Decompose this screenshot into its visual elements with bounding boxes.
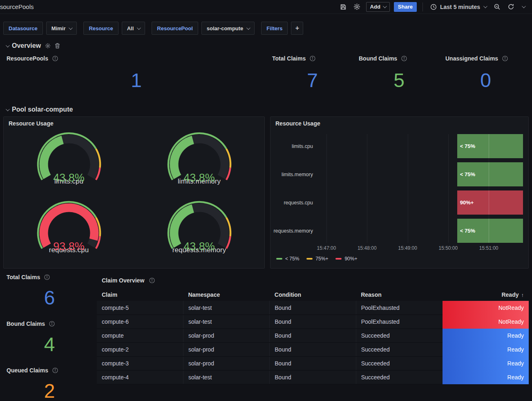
panel-title[interactable]: Unassigned Claims <box>445 55 498 62</box>
legend-swatch <box>276 258 282 260</box>
claim-overview-panel: Claim Overview Claim Namespace Condition… <box>95 271 529 401</box>
info-icon[interactable] <box>502 56 508 61</box>
info-icon[interactable] <box>401 56 407 61</box>
legend-item[interactable]: < 75% <box>276 256 299 262</box>
info-icon[interactable] <box>44 274 50 280</box>
timeline-row: < 75% <box>320 134 524 158</box>
gauge-value: 43.8% <box>159 240 239 253</box>
refresh-interval-dropdown[interactable] <box>520 2 526 12</box>
datasource-filter-label: Datasource <box>3 22 43 35</box>
panel-title-text: Claim Overview <box>102 277 144 284</box>
legend-item[interactable]: 90%+ <box>335 256 357 262</box>
gauge-value: 43.8% <box>159 172 239 184</box>
cell-namespace: solar-test <box>183 370 269 384</box>
cell-namespace: solar-prod <box>183 356 269 370</box>
resourcepool-filter-label: ResourcePool <box>152 22 198 35</box>
timeline-legend: < 75% 75%+ 90%+ <box>270 253 528 262</box>
adhoc-filters: Filters + <box>261 22 303 35</box>
cell-condition: Bound <box>270 315 356 329</box>
legend-item[interactable]: 75%+ <box>306 256 328 262</box>
panel-title[interactable]: Bound Claims <box>359 55 397 62</box>
info-icon[interactable] <box>52 367 58 373</box>
x-axis-tick: 15:50:00 <box>439 245 458 251</box>
cell-ready: Ready <box>443 370 529 384</box>
panel-title[interactable]: Resource Usage <box>270 117 528 128</box>
time-range-picker[interactable]: Last 5 minutes <box>429 4 488 10</box>
column-header-claim[interactable]: Claim <box>97 289 183 301</box>
column-header-reason[interactable]: Reason <box>356 289 442 301</box>
chevron-down-icon <box>137 26 141 30</box>
info-icon[interactable] <box>52 56 58 61</box>
cell-reason: Succeeded <box>356 370 442 384</box>
gauge-limits-memory: 43.8% limits.memory <box>159 129 239 196</box>
cell-namespace: solar-test <box>183 301 269 315</box>
section-pool-header[interactable]: Pool solar-compute <box>6 106 529 113</box>
resource-filter-value[interactable]: All <box>122 22 145 35</box>
cell-condition: Bound <box>270 329 356 343</box>
gauge-grid: 43.8% limits.cpu 43.8% limits.memory 93.… <box>4 128 264 265</box>
resourcepool-filter: ResourcePool solar-compute <box>152 22 255 35</box>
cell-claim: compute-4 <box>97 370 183 384</box>
save-dashboard-icon[interactable] <box>338 2 348 12</box>
column-header-condition[interactable]: Condition <box>270 289 356 301</box>
clock-icon <box>430 4 437 10</box>
refresh-arrows-icon <box>507 3 514 10</box>
resourcepool-filter-value[interactable]: solar-compute <box>201 22 255 35</box>
state-block: < 75% <box>457 162 523 186</box>
section-overview-header[interactable]: Overview <box>6 42 529 49</box>
column-header-ready[interactable]: Ready↑ <box>443 289 529 301</box>
panel-title[interactable]: Total Claims <box>7 274 40 280</box>
cell-ready: NotReady <box>443 315 529 329</box>
cell-condition: Bound <box>270 301 356 315</box>
row-delete-trash-icon[interactable] <box>55 43 60 49</box>
cell-namespace: solar-prod <box>183 343 269 356</box>
panel-title[interactable]: Total Claims <box>272 55 306 62</box>
timeline-row-label: requests.memory <box>270 219 320 243</box>
legend-swatch <box>306 258 313 260</box>
dashboard-settings-gear-icon[interactable] <box>352 2 362 12</box>
filter-bar: Datasource Mimir Resource All ResourcePo… <box>3 22 529 35</box>
panel-title[interactable]: ResourcePools <box>7 55 48 62</box>
refresh-icon[interactable] <box>506 2 516 12</box>
info-icon[interactable] <box>49 321 55 327</box>
timeline-chart-area: < 75% < 75% 90%+ < 75% <box>320 134 524 243</box>
table-row: compute-6 solar-test Bound PoolExhausted… <box>97 315 529 329</box>
stat-panel-pool-bound-claims: Bound Claims 4 <box>3 318 95 362</box>
panel-title[interactable]: Queued Claims <box>7 367 48 374</box>
column-header-label: Ready <box>501 291 519 298</box>
column-header-namespace[interactable]: Namespace <box>183 289 269 301</box>
stat-value: 6 <box>7 280 92 313</box>
chevron-down-icon <box>246 26 250 30</box>
cell-claim: compute-2 <box>97 343 183 356</box>
collapse-chevron-icon <box>6 43 10 47</box>
row-settings-gear-icon[interactable] <box>45 43 51 49</box>
zoom-out-time-icon[interactable] <box>492 2 502 12</box>
stat-panel-bound-claims: Bound Claims 5 <box>355 53 442 99</box>
sort-ascending-icon: ↑ <box>521 292 524 298</box>
panel-title[interactable]: Bound Claims <box>7 320 45 327</box>
datasource-filter-value[interactable]: Mimir <box>46 22 77 35</box>
stat-panel-unassigned-claims: Unassigned Claims 0 <box>442 53 529 99</box>
gauge-requests-memory: 43.8% requests.memory <box>159 198 239 265</box>
timeline-rows: < 75% < 75% 90%+ < 75% <box>320 134 524 243</box>
cell-reason: Succeeded <box>356 329 442 343</box>
info-icon[interactable] <box>149 278 155 283</box>
gauge-value: 93.8% <box>29 240 109 253</box>
overview-stats-row: ResourcePools 1 Total Claims 7 Bound Cla… <box>3 53 529 99</box>
add-button[interactable]: Add <box>366 2 390 12</box>
share-button[interactable]: Share <box>394 2 417 12</box>
state-block: 90%+ <box>457 190 523 215</box>
panel-title[interactable]: Claim Overview <box>97 274 529 285</box>
cell-reason: PoolExhausted <box>356 301 442 315</box>
add-filter-button[interactable]: + <box>291 22 303 35</box>
panel-title[interactable]: Resource Usage <box>4 117 264 128</box>
chevron-down-icon <box>383 4 387 8</box>
table-row: compute-4 solar-test Bound Succeeded Rea… <box>97 370 529 384</box>
cell-claim: compute-3 <box>97 356 183 370</box>
info-icon[interactable] <box>310 56 315 61</box>
topbar: sourcePools Add Share <box>0 0 532 14</box>
section-title: Pool solar-compute <box>12 106 73 113</box>
table-row: compute solar-prod Bound Succeeded Ready <box>97 329 529 343</box>
cell-reason: Succeeded <box>356 343 442 356</box>
state-block-label: < 75% <box>460 171 475 177</box>
